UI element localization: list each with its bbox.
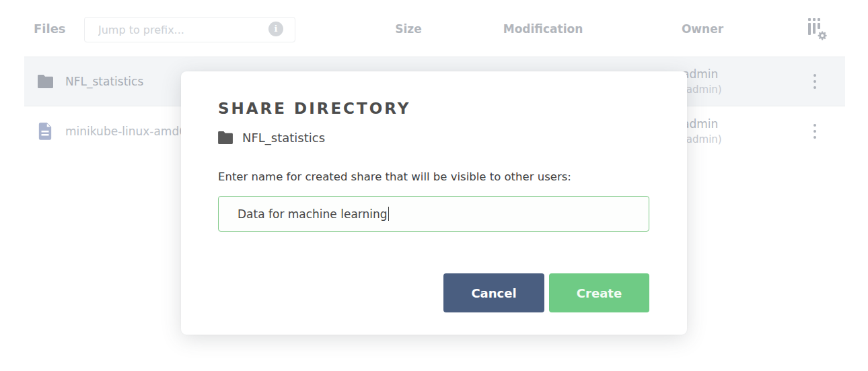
- share-name-instruction: Enter name for created share that will b…: [218, 170, 571, 183]
- owner-cell: admin (admin): [682, 116, 722, 147]
- create-button[interactable]: Create: [549, 273, 649, 312]
- share-directory-modal: SHARE DIRECTORY NFL_statistics Enter nam…: [181, 71, 687, 335]
- file-name[interactable]: NFL_statistics: [65, 75, 143, 88]
- share-name-value: Data for machine learning: [238, 207, 388, 221]
- row-actions-menu-icon[interactable]: [807, 121, 822, 141]
- owner-name: admin: [682, 66, 722, 83]
- owner-group: (admin): [682, 132, 722, 147]
- folder-icon: [38, 75, 54, 88]
- owner-column-header: Owner: [682, 22, 723, 36]
- share-target-name: NFL_statistics: [242, 131, 325, 145]
- column-settings-icon[interactable]: [806, 18, 828, 40]
- owner-name: admin: [682, 116, 722, 133]
- share-target: NFL_statistics: [218, 131, 325, 145]
- modification-column-header: Modification: [503, 22, 583, 36]
- row-actions-menu-icon[interactable]: [807, 71, 822, 92]
- owner-group: (admin): [682, 82, 722, 97]
- text-caret: [388, 207, 390, 221]
- share-name-input[interactable]: Data for machine learning: [218, 196, 649, 232]
- folder-icon: [218, 131, 233, 144]
- modal-title: SHARE DIRECTORY: [218, 100, 410, 117]
- files-column-header: Files: [34, 22, 66, 36]
- info-icon[interactable]: i: [268, 22, 283, 36]
- file-browser-screen: Files i Size Modification Owner NFL_stat…: [0, 0, 868, 371]
- jump-to-prefix-input[interactable]: [84, 17, 295, 42]
- file-icon: [38, 123, 52, 140]
- owner-cell: admin (admin): [682, 66, 722, 97]
- file-name[interactable]: minikube-linux-amd6: [65, 125, 186, 138]
- cancel-button[interactable]: Cancel: [443, 273, 544, 312]
- size-column-header: Size: [395, 22, 422, 36]
